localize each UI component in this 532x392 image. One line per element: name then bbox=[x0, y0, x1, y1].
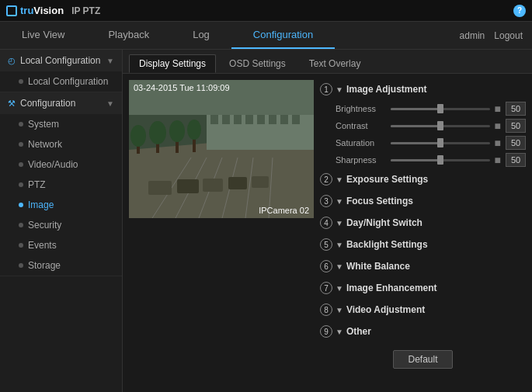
section-header-day-night[interactable]: 4 ▼ Day/Night Switch bbox=[320, 213, 526, 232]
svg-rect-19 bbox=[269, 115, 276, 124]
svg-point-27 bbox=[169, 120, 185, 142]
content-inner: 03-24-2015 Tue 11:09:09 IPCamera 02 bbox=[123, 74, 532, 375]
section-header-exposure[interactable]: 2 ▼ Exposure Settings bbox=[320, 170, 526, 189]
sidebar-item-storage[interactable]: Storage bbox=[0, 255, 122, 276]
section-header-backlight[interactable]: 5 ▼ Backlight Settings bbox=[320, 235, 526, 254]
dot-icon bbox=[19, 142, 23, 147]
tab-live-view[interactable]: Live View bbox=[0, 22, 86, 49]
sidebar-item-security[interactable]: Security bbox=[0, 215, 122, 235]
chevron-1-icon: ▼ bbox=[336, 85, 343, 94]
sidebar-group-header-local-config[interactable]: ◴ Local Configuration ▼ bbox=[0, 50, 122, 71]
svg-rect-16 bbox=[234, 115, 242, 124]
sidebar-item-local-config[interactable]: Local Configuration bbox=[0, 71, 122, 92]
slider-track-sharpness[interactable] bbox=[391, 159, 490, 161]
section-num-6: 6 bbox=[320, 260, 332, 272]
section-white-balance: 6 ▼ White Balance bbox=[320, 257, 526, 276]
section-header-video-adjustment[interactable]: 8 ▼ Video Adjustment bbox=[320, 300, 526, 319]
section-header-image-adjustment[interactable]: 1 ▼ Image Adjustment bbox=[320, 80, 526, 99]
dot-icon bbox=[19, 263, 23, 268]
slider-label-sharpness: Sharpness bbox=[336, 155, 386, 165]
section-num-3: 3 bbox=[320, 195, 332, 207]
monitor-icon: ◴ bbox=[8, 56, 16, 66]
content-area: Display Settings OSD Settings Text Overl… bbox=[123, 50, 532, 392]
header: truVision IP PTZ ? bbox=[0, 0, 532, 22]
slider-icon-sharpness: ■ bbox=[495, 154, 501, 166]
slider-value-contrast[interactable]: 50 bbox=[506, 119, 526, 133]
sidebar-item-image[interactable]: Image bbox=[0, 195, 122, 215]
logo-vision: Vision bbox=[33, 5, 64, 16]
slider-track-contrast[interactable] bbox=[391, 125, 490, 127]
logo-icon bbox=[6, 5, 17, 16]
section-other: 9 ▼ Other bbox=[320, 322, 526, 341]
tab-playback[interactable]: Playback bbox=[86, 22, 171, 49]
sub-tab-osd-settings[interactable]: OSD Settings bbox=[219, 54, 296, 73]
camera-timestamp: 03-24-2015 Tue 11:09:09 bbox=[134, 83, 230, 92]
header-right: ? bbox=[513, 5, 526, 17]
section-title-2: Exposure Settings bbox=[346, 174, 428, 185]
svg-rect-15 bbox=[222, 115, 230, 124]
slider-icon-contrast: ■ bbox=[495, 120, 501, 132]
svg-point-25 bbox=[149, 121, 166, 144]
tab-log[interactable]: Log bbox=[171, 22, 231, 49]
section-header-image-enhancement[interactable]: 7 ▼ Image Enhancement bbox=[320, 279, 526, 297]
chevron-5-icon: ▼ bbox=[336, 241, 343, 249]
dot-icon bbox=[19, 243, 23, 248]
slider-value-brightness[interactable]: 50 bbox=[506, 102, 526, 116]
section-title-5: Backlight Settings bbox=[346, 239, 428, 250]
dot-icon bbox=[19, 122, 23, 127]
logout-button[interactable]: Logout bbox=[494, 30, 523, 41]
nav-bar: Live View Playback Log Configuration adm… bbox=[0, 22, 532, 50]
sub-tab-display-settings[interactable]: Display Settings bbox=[129, 54, 216, 73]
svg-point-29 bbox=[187, 120, 201, 140]
section-title-4: Day/Night Switch bbox=[346, 217, 422, 228]
sidebar-item-label: System bbox=[28, 119, 59, 130]
slider-track-brightness[interactable] bbox=[391, 108, 490, 110]
camera-label: IPCamera 02 bbox=[259, 206, 309, 215]
section-num-5: 5 bbox=[320, 238, 332, 251]
logo-text: truVision bbox=[20, 5, 64, 16]
section-video-adjustment: 8 ▼ Video Adjustment bbox=[320, 300, 526, 319]
nav-right: admin Logout bbox=[460, 22, 532, 49]
sidebar-item-ptz[interactable]: PTZ bbox=[0, 175, 122, 195]
sidebar-item-video-audio[interactable]: Video/Audio bbox=[0, 154, 122, 175]
help-icon[interactable]: ? bbox=[513, 5, 526, 17]
dot-icon bbox=[19, 79, 23, 84]
chevron-6-icon: ▼ bbox=[336, 262, 343, 271]
section-exposure: 2 ▼ Exposure Settings bbox=[320, 170, 526, 189]
section-title-3: Focus Settings bbox=[346, 196, 413, 206]
product-name: IP PTZ bbox=[71, 5, 100, 16]
svg-rect-18 bbox=[257, 115, 265, 124]
slider-icon-saturation: ■ bbox=[495, 137, 501, 149]
slider-value-saturation[interactable]: 50 bbox=[506, 136, 526, 150]
section-focus: 3 ▼ Focus Settings bbox=[320, 192, 526, 210]
slider-value-sharpness[interactable]: 50 bbox=[506, 153, 526, 167]
sidebar-item-system[interactable]: System bbox=[0, 114, 122, 134]
sidebar-group-header-config[interactable]: ⚒ Configuration ▼ bbox=[0, 92, 122, 114]
section-num-2: 2 bbox=[320, 173, 332, 186]
chevron-4-icon: ▼ bbox=[336, 219, 343, 227]
sidebar-item-label: Image bbox=[28, 199, 54, 210]
tab-configuration[interactable]: Configuration bbox=[231, 22, 335, 49]
logo-brand: tru bbox=[20, 5, 33, 16]
section-title-6: White Balance bbox=[346, 261, 410, 272]
section-title-8: Video Adjustment bbox=[346, 304, 425, 315]
sidebar-item-label: Security bbox=[28, 220, 61, 231]
sidebar-item-network[interactable]: Network bbox=[0, 134, 122, 154]
sidebar-item-events[interactable]: Events bbox=[0, 235, 122, 255]
camera-preview: 03-24-2015 Tue 11:09:09 IPCamera 02 bbox=[129, 80, 314, 218]
username: admin bbox=[460, 30, 485, 41]
section-header-other[interactable]: 9 ▼ Other bbox=[320, 322, 526, 341]
sidebar-item-label: PTZ bbox=[28, 179, 46, 190]
section-image-enhancement: 7 ▼ Image Enhancement bbox=[320, 279, 526, 297]
slider-track-saturation[interactable] bbox=[391, 142, 490, 144]
svg-rect-17 bbox=[245, 115, 253, 124]
section-day-night: 4 ▼ Day/Night Switch bbox=[320, 213, 526, 232]
wrench-icon: ⚒ bbox=[8, 99, 16, 109]
sidebar-item-label: Video/Audio bbox=[28, 159, 78, 170]
svg-point-23 bbox=[130, 125, 146, 147]
slider-row-sharpness: Sharpness ■ 50 bbox=[336, 153, 526, 167]
sub-tab-text-overlay[interactable]: Text Overlay bbox=[299, 54, 371, 73]
default-button[interactable]: Default bbox=[393, 350, 452, 369]
section-header-focus[interactable]: 3 ▼ Focus Settings bbox=[320, 192, 526, 210]
section-header-white-balance[interactable]: 6 ▼ White Balance bbox=[320, 257, 526, 276]
